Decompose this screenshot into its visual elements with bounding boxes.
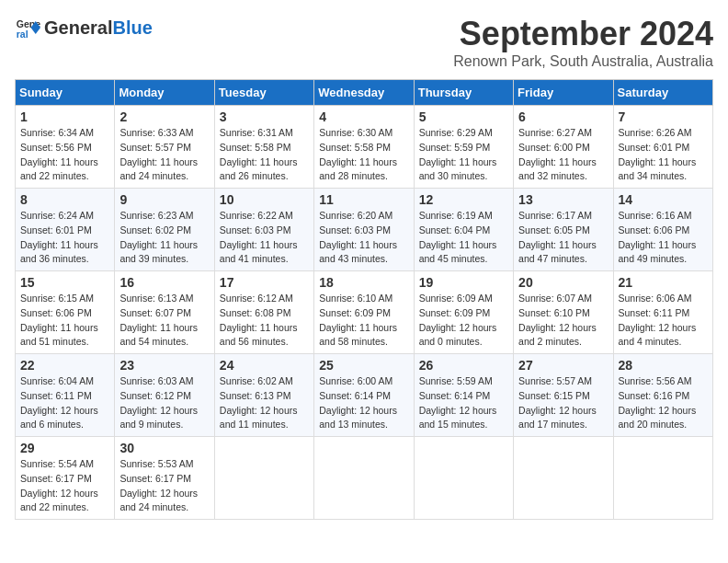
col-header-sunday: Sunday xyxy=(16,80,115,106)
day-info: Sunrise: 6:29 AMSunset: 5:59 PMDaylight:… xyxy=(419,126,508,184)
logo-general: General xyxy=(44,17,112,39)
daylight-hours: 11 hours and 54 minutes. xyxy=(119,322,198,348)
day-number: 7 xyxy=(619,109,708,124)
daylight-hours: 12 hours and 20 minutes. xyxy=(619,405,697,431)
calendar-table: SundayMondayTuesdayWednesdayThursdayFrid… xyxy=(15,79,713,520)
location-title: Renown Park, South Australia, Australia xyxy=(453,53,713,70)
day-info: Sunrise: 5:59 AMSunset: 6:14 PMDaylight:… xyxy=(419,374,508,432)
day-number: 22 xyxy=(20,358,109,373)
week-row-2: 15 Sunrise: 6:15 AMSunset: 6:06 PMDaylig… xyxy=(16,271,713,354)
col-header-tuesday: Tuesday xyxy=(214,80,313,106)
day-info: Sunrise: 6:12 AMSunset: 6:08 PMDaylight:… xyxy=(220,292,309,350)
day-info: Sunrise: 6:17 AMSunset: 6:05 PMDaylight:… xyxy=(518,209,608,267)
col-header-monday: Monday xyxy=(115,80,214,106)
day-number: 29 xyxy=(20,441,109,455)
day-number: 6 xyxy=(518,109,608,124)
calendar-cell: 3 Sunrise: 6:31 AMSunset: 5:58 PMDayligh… xyxy=(214,106,313,189)
calendar-cell: 23 Sunrise: 6:03 AMSunset: 6:12 PMDaylig… xyxy=(115,354,214,437)
daylight-hours: 11 hours and 36 minutes. xyxy=(20,239,98,265)
calendar-cell xyxy=(613,437,712,520)
day-number: 11 xyxy=(319,192,408,207)
col-header-thursday: Thursday xyxy=(414,80,513,106)
day-info: Sunrise: 6:07 AMSunset: 6:10 PMDaylight:… xyxy=(518,292,608,350)
daylight-hours: 12 hours and 6 minutes. xyxy=(20,405,98,431)
daylight-hours: 11 hours and 22 minutes. xyxy=(20,156,98,182)
day-number: 28 xyxy=(619,358,708,373)
calendar-cell: 30 Sunrise: 5:53 AMSunset: 6:17 PMDaylig… xyxy=(115,437,214,520)
day-number: 19 xyxy=(419,275,508,290)
header-row: SundayMondayTuesdayWednesdayThursdayFrid… xyxy=(16,80,713,106)
daylight-hours: 12 hours and 11 minutes. xyxy=(220,405,298,431)
day-number: 9 xyxy=(119,192,209,207)
daylight-hours: 11 hours and 28 minutes. xyxy=(319,156,397,182)
calendar-cell xyxy=(314,437,414,520)
day-info: Sunrise: 6:04 AMSunset: 6:11 PMDaylight:… xyxy=(20,374,109,432)
day-info: Sunrise: 6:06 AMSunset: 6:11 PMDaylight:… xyxy=(619,292,708,350)
svg-text:ral: ral xyxy=(17,29,28,40)
calendar-cell: 6 Sunrise: 6:27 AMSunset: 6:00 PMDayligh… xyxy=(514,106,613,189)
calendar-cell: 8 Sunrise: 6:24 AMSunset: 6:01 PMDayligh… xyxy=(16,189,115,271)
calendar-cell xyxy=(214,437,313,520)
calendar-cell: 27 Sunrise: 5:57 AMSunset: 6:15 PMDaylig… xyxy=(514,354,613,437)
day-number: 5 xyxy=(419,109,508,124)
daylight-hours: 11 hours and 34 minutes. xyxy=(619,156,697,182)
daylight-hours: 11 hours and 39 minutes. xyxy=(119,239,198,265)
day-number: 3 xyxy=(220,109,309,124)
calendar-cell: 12 Sunrise: 6:19 AMSunset: 6:04 PMDaylig… xyxy=(414,189,513,271)
title-area: September 2024 Renown Park, South Austra… xyxy=(453,15,713,70)
daylight-hours: 12 hours and 15 minutes. xyxy=(419,405,497,431)
calendar-cell xyxy=(414,437,513,520)
calendar-cell: 24 Sunrise: 6:02 AMSunset: 6:13 PMDaylig… xyxy=(214,354,313,437)
day-info: Sunrise: 6:13 AMSunset: 6:07 PMDaylight:… xyxy=(119,292,209,350)
day-number: 26 xyxy=(419,358,508,373)
daylight-hours: 11 hours and 30 minutes. xyxy=(419,156,497,182)
week-row-0: 1 Sunrise: 6:34 AMSunset: 5:56 PMDayligh… xyxy=(16,106,713,189)
day-info: Sunrise: 6:19 AMSunset: 6:04 PMDaylight:… xyxy=(419,209,508,267)
calendar-cell: 28 Sunrise: 5:56 AMSunset: 6:16 PMDaylig… xyxy=(613,354,712,437)
day-number: 24 xyxy=(220,358,309,373)
week-row-1: 8 Sunrise: 6:24 AMSunset: 6:01 PMDayligh… xyxy=(16,189,713,271)
day-number: 12 xyxy=(419,192,508,207)
day-number: 10 xyxy=(220,192,309,207)
daylight-hours: 11 hours and 26 minutes. xyxy=(220,156,298,182)
day-number: 1 xyxy=(20,109,109,124)
daylight-hours: 11 hours and 47 minutes. xyxy=(518,239,597,265)
calendar-cell: 16 Sunrise: 6:13 AMSunset: 6:07 PMDaylig… xyxy=(115,271,214,354)
daylight-hours: 11 hours and 58 minutes. xyxy=(319,322,397,348)
day-info: Sunrise: 6:23 AMSunset: 6:02 PMDaylight:… xyxy=(119,209,209,267)
day-info: Sunrise: 6:10 AMSunset: 6:09 PMDaylight:… xyxy=(319,292,408,350)
day-info: Sunrise: 5:54 AMSunset: 6:17 PMDaylight:… xyxy=(20,457,109,515)
day-info: Sunrise: 6:09 AMSunset: 6:09 PMDaylight:… xyxy=(419,292,508,350)
day-number: 23 xyxy=(119,358,209,373)
week-row-4: 29 Sunrise: 5:54 AMSunset: 6:17 PMDaylig… xyxy=(16,437,713,520)
daylight-hours: 11 hours and 32 minutes. xyxy=(518,156,597,182)
day-info: Sunrise: 6:31 AMSunset: 5:58 PMDaylight:… xyxy=(220,126,309,184)
day-number: 30 xyxy=(119,441,209,455)
day-info: Sunrise: 6:30 AMSunset: 5:58 PMDaylight:… xyxy=(319,126,408,184)
daylight-hours: 12 hours and 13 minutes. xyxy=(319,405,397,431)
daylight-hours: 11 hours and 49 minutes. xyxy=(619,239,697,265)
day-number: 18 xyxy=(319,275,408,290)
daylight-hours: 11 hours and 24 minutes. xyxy=(119,156,198,182)
day-number: 25 xyxy=(319,358,408,373)
calendar-cell: 21 Sunrise: 6:06 AMSunset: 6:11 PMDaylig… xyxy=(613,271,712,354)
calendar-cell: 19 Sunrise: 6:09 AMSunset: 6:09 PMDaylig… xyxy=(414,271,513,354)
day-info: Sunrise: 6:16 AMSunset: 6:06 PMDaylight:… xyxy=(619,209,708,267)
logo-text-block: General Blue xyxy=(44,17,153,39)
day-info: Sunrise: 6:02 AMSunset: 6:13 PMDaylight:… xyxy=(220,374,309,432)
daylight-hours: 11 hours and 51 minutes. xyxy=(20,322,98,348)
day-number: 20 xyxy=(518,275,608,290)
day-info: Sunrise: 6:24 AMSunset: 6:01 PMDaylight:… xyxy=(20,209,109,267)
daylight-hours: 11 hours and 41 minutes. xyxy=(220,239,298,265)
daylight-hours: 12 hours and 17 minutes. xyxy=(518,405,597,431)
week-row-3: 22 Sunrise: 6:04 AMSunset: 6:11 PMDaylig… xyxy=(16,354,713,437)
month-title: September 2024 xyxy=(453,15,713,53)
day-info: Sunrise: 5:53 AMSunset: 6:17 PMDaylight:… xyxy=(119,457,209,515)
calendar-cell: 17 Sunrise: 6:12 AMSunset: 6:08 PMDaylig… xyxy=(214,271,313,354)
day-number: 14 xyxy=(619,192,708,207)
day-info: Sunrise: 6:22 AMSunset: 6:03 PMDaylight:… xyxy=(220,209,309,267)
page-header: Gene ral General Blue September 2024 Ren… xyxy=(15,15,713,70)
daylight-hours: 12 hours and 2 minutes. xyxy=(518,322,597,348)
logo: Gene ral General Blue xyxy=(15,15,153,40)
day-number: 17 xyxy=(220,275,309,290)
